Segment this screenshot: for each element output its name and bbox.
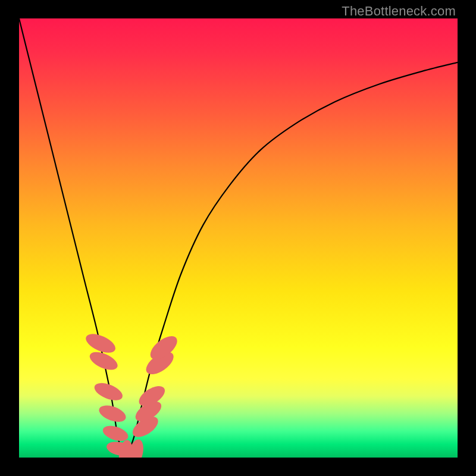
watermark-text: TheBottleneck.com [342,4,456,19]
curve-marker [87,349,120,374]
curve-markers [83,330,181,458]
bottleneck-curve [19,18,458,458]
chart-frame: TheBottleneck.com [0,0,476,476]
chart-plot-area [19,18,458,458]
chart-svg [19,18,458,458]
